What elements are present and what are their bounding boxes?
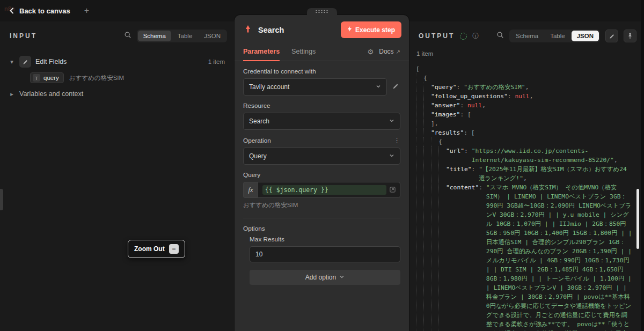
gear-icon[interactable]: ⚙ (368, 48, 374, 56)
resource-label: Resource (243, 102, 400, 109)
expression-toggle[interactable]: fx (243, 182, 258, 198)
options-label: Options (243, 225, 400, 232)
info-icon[interactable]: ⓘ (472, 32, 479, 41)
docs-label: Docs (379, 48, 393, 55)
variables-section-label: Variables and context (19, 90, 83, 98)
json-output-tree[interactable]: [{"query": "おすすめの格安SIM","follow_up_quest… (416, 64, 632, 331)
resource-value: Search (249, 117, 269, 125)
json-line: "answer": null, (416, 101, 632, 110)
lightning-icon (347, 26, 352, 34)
drag-handle[interactable] (307, 8, 337, 15)
input-item-count: 1 item (208, 58, 225, 65)
tab-schema[interactable]: Schema (510, 31, 544, 41)
chevron-down-icon (376, 83, 381, 91)
max-results-label: Max Results (250, 236, 400, 243)
output-title: OUTPUT (419, 32, 455, 40)
drag-dots-icon (315, 10, 329, 13)
input-title: INPUT (10, 32, 37, 40)
string-type-icon: T (33, 74, 40, 82)
tab-parameters[interactable]: Parameters (243, 42, 280, 61)
input-node-row[interactable]: ▾ Edit Fields 1 item (9, 54, 225, 70)
output-panel-header: OUTPUT ⓘ SchemaTableJSON (409, 21, 644, 50)
output-scrollbar[interactable] (636, 189, 639, 249)
tab-settings[interactable]: Settings (291, 42, 316, 61)
node-tabs: Parameters Settings ⚙ Docs ↗ (235, 42, 409, 61)
json-line: { (416, 137, 632, 146)
json-line: "title": "【2025年11月最新】格安SIM（スマホ）おすすめ24選ラ… (416, 165, 632, 183)
input-panel: INPUT SchemaTableJSON ▾ Edit Fields 1 it… (0, 21, 235, 331)
operation-select[interactable]: Query (243, 148, 400, 165)
zoom-out-tooltip: Zoom Out − (128, 240, 185, 258)
chevron-down-icon (389, 117, 394, 125)
search-icon[interactable] (496, 31, 504, 41)
execute-step-button[interactable]: Execute step (341, 21, 401, 38)
json-line: "results": [ (416, 128, 632, 137)
execute-step-label: Execute step (355, 26, 395, 34)
resource-select[interactable]: Search (243, 113, 400, 130)
pin-data-button[interactable] (624, 30, 636, 42)
zoom-out-label: Zoom Out (134, 245, 165, 253)
edit-output-button[interactable] (605, 30, 618, 42)
add-button[interactable]: + (81, 5, 92, 16)
kebab-menu-icon[interactable]: ⋮ (393, 136, 400, 144)
add-option-button[interactable]: Add option (250, 270, 400, 285)
field-name: query (43, 75, 59, 81)
node-header: Search Execute step (235, 15, 409, 42)
json-line: ], (416, 119, 632, 128)
input-node-name: Edit Fields (35, 58, 67, 65)
tab-table[interactable]: Table (172, 31, 198, 41)
operation-label: Operation (243, 137, 271, 144)
chevron-down-icon[interactable]: ▾ (9, 58, 15, 65)
input-field-row[interactable]: T query おすすめの格安SIM (9, 70, 225, 86)
tab-json[interactable]: JSON (572, 31, 599, 41)
field-pill-query[interactable]: T query (30, 72, 64, 83)
json-line: "url": "https://www.iid.co.jp/contents-I… (416, 146, 632, 165)
credential-value: Tavily account (249, 83, 289, 91)
back-to-canvas-button[interactable]: Back to canvas (9, 7, 70, 15)
chevron-right-icon[interactable]: ▸ (9, 91, 15, 98)
operation-value: Query (249, 152, 267, 160)
arrow-left-icon (9, 8, 15, 14)
input-schema-tree: ▾ Edit Fields 1 item T query おすすめの格安SIM … (0, 50, 235, 102)
edit-credential-button[interactable] (391, 82, 400, 92)
input-panel-header: INPUT SchemaTableJSON (0, 21, 235, 50)
search-node-icon (243, 24, 253, 36)
collapsed-panel-handle[interactable] (0, 189, 3, 210)
node-settings-panel: Search Execute step Parameters Settings … (235, 15, 409, 331)
window-edge (641, 0, 644, 331)
input-view-tabs: SchemaTableJSON (137, 30, 227, 42)
open-expression-editor-icon[interactable] (390, 185, 396, 195)
output-view-tabs: SchemaTableJSON (509, 30, 600, 42)
add-option-label: Add option (305, 274, 336, 281)
credential-select[interactable]: Tavily account (243, 78, 387, 95)
query-label: Query (243, 171, 400, 179)
node-parameters-form: Credential to connect with Tavily accoun… (235, 61, 409, 293)
edit-fields-node-icon (19, 56, 31, 68)
chevron-down-icon (339, 274, 345, 281)
n8n-node-detail-view: n8n Back to canvas + INPUT SchemaTableJS… (0, 0, 644, 331)
json-line: "content": "スマホ MVNO（格安SIM） その他MVNO（格安SI… (416, 183, 632, 331)
docs-link[interactable]: Docs ↗ (379, 48, 400, 55)
json-line: "images": [ (416, 110, 632, 119)
chevron-down-icon (389, 152, 394, 160)
tab-json[interactable]: JSON (199, 31, 226, 41)
search-icon[interactable] (124, 31, 131, 41)
expression-preview: おすすめの格安SIM (243, 201, 400, 209)
node-title: Search (258, 26, 284, 34)
json-line: [ (416, 64, 632, 73)
tab-table[interactable]: Table (545, 31, 570, 41)
variables-and-context-row[interactable]: ▸ Variables and context (9, 86, 225, 102)
query-expression-input[interactable]: {{ $json.query }} (258, 182, 400, 198)
credential-label: Credential to connect with (243, 68, 400, 75)
output-item-count: 1 item (409, 50, 644, 57)
options-divider (243, 218, 400, 218)
json-line: "query": "おすすめの格安SIM", (416, 83, 632, 92)
run-success-icon (460, 33, 467, 40)
output-panel: OUTPUT ⓘ SchemaTableJSON 1 item [{"query… (409, 21, 644, 331)
external-link-icon: ↗ (396, 49, 400, 55)
max-results-input[interactable] (250, 246, 400, 262)
minus-keycap: − (169, 244, 179, 254)
tab-schema[interactable]: Schema (138, 31, 171, 41)
query-expression-value: {{ $json.query }} (262, 185, 386, 195)
back-to-canvas-label: Back to canvas (19, 7, 70, 15)
